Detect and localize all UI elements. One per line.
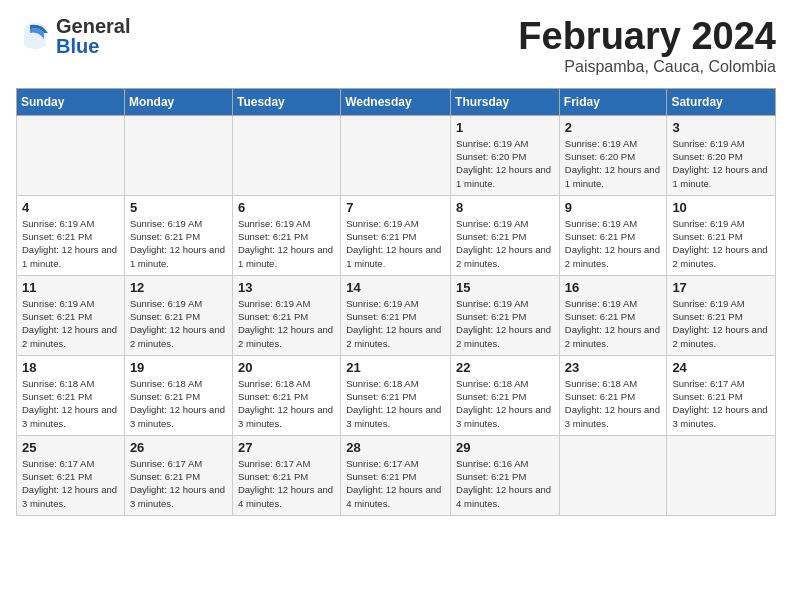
day-number: 12 <box>130 280 227 295</box>
calendar-header-row: SundayMondayTuesdayWednesdayThursdayFrid… <box>17 88 776 115</box>
calendar-cell: 10Sunrise: 6:19 AM Sunset: 6:21 PM Dayli… <box>667 195 776 275</box>
day-info: Sunrise: 6:17 AM Sunset: 6:21 PM Dayligh… <box>346 457 445 510</box>
logo-icon <box>16 17 54 55</box>
day-info: Sunrise: 6:19 AM Sunset: 6:20 PM Dayligh… <box>672 137 770 190</box>
day-info: Sunrise: 6:19 AM Sunset: 6:21 PM Dayligh… <box>672 297 770 350</box>
calendar-cell: 20Sunrise: 6:18 AM Sunset: 6:21 PM Dayli… <box>232 355 340 435</box>
calendar-cell <box>232 115 340 195</box>
calendar-cell: 21Sunrise: 6:18 AM Sunset: 6:21 PM Dayli… <box>341 355 451 435</box>
calendar-cell <box>124 115 232 195</box>
calendar-cell: 28Sunrise: 6:17 AM Sunset: 6:21 PM Dayli… <box>341 435 451 515</box>
logo: General Blue <box>16 16 130 56</box>
calendar-cell: 9Sunrise: 6:19 AM Sunset: 6:21 PM Daylig… <box>559 195 667 275</box>
day-info: Sunrise: 6:19 AM Sunset: 6:21 PM Dayligh… <box>456 217 554 270</box>
calendar-cell: 13Sunrise: 6:19 AM Sunset: 6:21 PM Dayli… <box>232 275 340 355</box>
day-number: 15 <box>456 280 554 295</box>
calendar-cell: 26Sunrise: 6:17 AM Sunset: 6:21 PM Dayli… <box>124 435 232 515</box>
day-number: 23 <box>565 360 662 375</box>
day-header-tuesday: Tuesday <box>232 88 340 115</box>
calendar-table: SundayMondayTuesdayWednesdayThursdayFrid… <box>16 88 776 516</box>
day-number: 29 <box>456 440 554 455</box>
day-info: Sunrise: 6:18 AM Sunset: 6:21 PM Dayligh… <box>238 377 335 430</box>
day-info: Sunrise: 6:19 AM Sunset: 6:21 PM Dayligh… <box>565 297 662 350</box>
day-info: Sunrise: 6:17 AM Sunset: 6:21 PM Dayligh… <box>22 457 119 510</box>
day-header-monday: Monday <box>124 88 232 115</box>
day-info: Sunrise: 6:19 AM Sunset: 6:21 PM Dayligh… <box>130 297 227 350</box>
calendar-body: 1Sunrise: 6:19 AM Sunset: 6:20 PM Daylig… <box>17 115 776 515</box>
day-info: Sunrise: 6:16 AM Sunset: 6:21 PM Dayligh… <box>456 457 554 510</box>
day-info: Sunrise: 6:19 AM Sunset: 6:20 PM Dayligh… <box>456 137 554 190</box>
calendar-cell: 18Sunrise: 6:18 AM Sunset: 6:21 PM Dayli… <box>17 355 125 435</box>
day-number: 14 <box>346 280 445 295</box>
calendar-cell: 27Sunrise: 6:17 AM Sunset: 6:21 PM Dayli… <box>232 435 340 515</box>
calendar-cell: 25Sunrise: 6:17 AM Sunset: 6:21 PM Dayli… <box>17 435 125 515</box>
calendar-cell: 12Sunrise: 6:19 AM Sunset: 6:21 PM Dayli… <box>124 275 232 355</box>
logo-blue-text: Blue <box>56 36 130 56</box>
calendar-cell <box>667 435 776 515</box>
day-number: 8 <box>456 200 554 215</box>
calendar-week-1: 1Sunrise: 6:19 AM Sunset: 6:20 PM Daylig… <box>17 115 776 195</box>
day-info: Sunrise: 6:18 AM Sunset: 6:21 PM Dayligh… <box>456 377 554 430</box>
day-info: Sunrise: 6:19 AM Sunset: 6:21 PM Dayligh… <box>456 297 554 350</box>
calendar-cell: 14Sunrise: 6:19 AM Sunset: 6:21 PM Dayli… <box>341 275 451 355</box>
day-number: 28 <box>346 440 445 455</box>
day-info: Sunrise: 6:19 AM Sunset: 6:21 PM Dayligh… <box>238 297 335 350</box>
day-number: 6 <box>238 200 335 215</box>
calendar-cell: 2Sunrise: 6:19 AM Sunset: 6:20 PM Daylig… <box>559 115 667 195</box>
day-number: 16 <box>565 280 662 295</box>
day-info: Sunrise: 6:19 AM Sunset: 6:21 PM Dayligh… <box>238 217 335 270</box>
day-number: 3 <box>672 120 770 135</box>
day-number: 22 <box>456 360 554 375</box>
calendar-cell: 3Sunrise: 6:19 AM Sunset: 6:20 PM Daylig… <box>667 115 776 195</box>
day-header-friday: Friday <box>559 88 667 115</box>
day-number: 19 <box>130 360 227 375</box>
day-header-sunday: Sunday <box>17 88 125 115</box>
day-number: 20 <box>238 360 335 375</box>
day-number: 4 <box>22 200 119 215</box>
calendar-week-3: 11Sunrise: 6:19 AM Sunset: 6:21 PM Dayli… <box>17 275 776 355</box>
calendar-cell: 29Sunrise: 6:16 AM Sunset: 6:21 PM Dayli… <box>451 435 560 515</box>
day-info: Sunrise: 6:19 AM Sunset: 6:21 PM Dayligh… <box>22 217 119 270</box>
calendar-cell: 24Sunrise: 6:17 AM Sunset: 6:21 PM Dayli… <box>667 355 776 435</box>
calendar-cell: 22Sunrise: 6:18 AM Sunset: 6:21 PM Dayli… <box>451 355 560 435</box>
page-header: General Blue February 2024 Paispamba, Ca… <box>16 16 776 76</box>
day-number: 25 <box>22 440 119 455</box>
day-number: 18 <box>22 360 119 375</box>
calendar-week-5: 25Sunrise: 6:17 AM Sunset: 6:21 PM Dayli… <box>17 435 776 515</box>
logo-general-text: General <box>56 16 130 36</box>
day-header-saturday: Saturday <box>667 88 776 115</box>
calendar-cell <box>341 115 451 195</box>
day-number: 26 <box>130 440 227 455</box>
calendar-cell: 17Sunrise: 6:19 AM Sunset: 6:21 PM Dayli… <box>667 275 776 355</box>
calendar-cell: 5Sunrise: 6:19 AM Sunset: 6:21 PM Daylig… <box>124 195 232 275</box>
day-info: Sunrise: 6:19 AM Sunset: 6:21 PM Dayligh… <box>130 217 227 270</box>
day-number: 10 <box>672 200 770 215</box>
calendar-cell: 8Sunrise: 6:19 AM Sunset: 6:21 PM Daylig… <box>451 195 560 275</box>
day-info: Sunrise: 6:19 AM Sunset: 6:21 PM Dayligh… <box>672 217 770 270</box>
day-info: Sunrise: 6:18 AM Sunset: 6:21 PM Dayligh… <box>565 377 662 430</box>
location-subtitle: Paispamba, Cauca, Colombia <box>518 58 776 76</box>
calendar-cell: 23Sunrise: 6:18 AM Sunset: 6:21 PM Dayli… <box>559 355 667 435</box>
calendar-cell <box>559 435 667 515</box>
calendar-week-2: 4Sunrise: 6:19 AM Sunset: 6:21 PM Daylig… <box>17 195 776 275</box>
day-number: 27 <box>238 440 335 455</box>
calendar-cell: 1Sunrise: 6:19 AM Sunset: 6:20 PM Daylig… <box>451 115 560 195</box>
day-number: 7 <box>346 200 445 215</box>
calendar-cell: 7Sunrise: 6:19 AM Sunset: 6:21 PM Daylig… <box>341 195 451 275</box>
day-info: Sunrise: 6:18 AM Sunset: 6:21 PM Dayligh… <box>22 377 119 430</box>
day-info: Sunrise: 6:19 AM Sunset: 6:21 PM Dayligh… <box>346 297 445 350</box>
day-info: Sunrise: 6:17 AM Sunset: 6:21 PM Dayligh… <box>130 457 227 510</box>
day-info: Sunrise: 6:19 AM Sunset: 6:21 PM Dayligh… <box>346 217 445 270</box>
day-info: Sunrise: 6:18 AM Sunset: 6:21 PM Dayligh… <box>130 377 227 430</box>
calendar-cell: 15Sunrise: 6:19 AM Sunset: 6:21 PM Dayli… <box>451 275 560 355</box>
day-header-wednesday: Wednesday <box>341 88 451 115</box>
day-number: 17 <box>672 280 770 295</box>
title-block: February 2024 Paispamba, Cauca, Colombia <box>518 16 776 76</box>
month-title: February 2024 <box>518 16 776 58</box>
calendar-cell: 11Sunrise: 6:19 AM Sunset: 6:21 PM Dayli… <box>17 275 125 355</box>
calendar-week-4: 18Sunrise: 6:18 AM Sunset: 6:21 PM Dayli… <box>17 355 776 435</box>
day-number: 24 <box>672 360 770 375</box>
logo-text: General Blue <box>56 16 130 56</box>
day-info: Sunrise: 6:19 AM Sunset: 6:20 PM Dayligh… <box>565 137 662 190</box>
day-number: 1 <box>456 120 554 135</box>
